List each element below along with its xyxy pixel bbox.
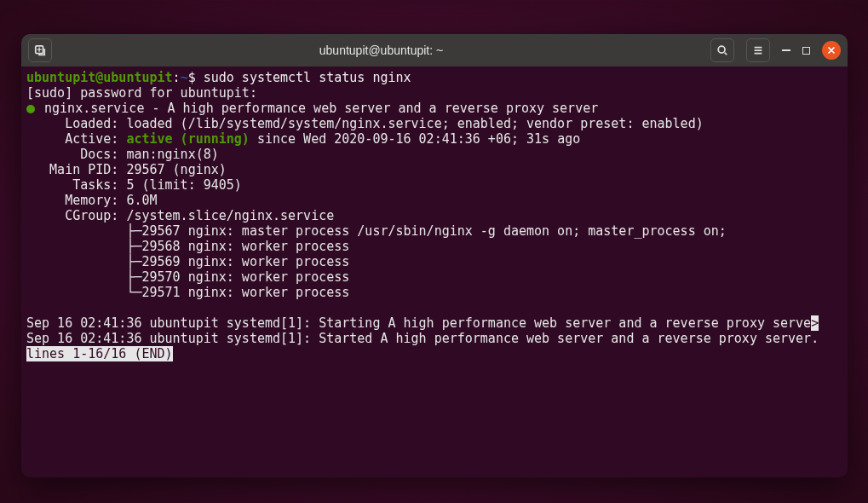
- log-line-1: Sep 16 02:41:36 ubuntupit systemd[1]: St…: [26, 315, 811, 331]
- svg-point-1: [718, 46, 725, 53]
- new-tab-button[interactable]: [28, 38, 52, 62]
- pager-status: lines 1-16/16 (END): [26, 346, 173, 361]
- titlebar: ubuntupit@ubuntupit: ~: [21, 34, 848, 66]
- proc-1: ├─29567 nginx: master process /usr/sbin/…: [26, 223, 727, 239]
- window-title: ubuntupit@ubuntupit: ~: [57, 43, 705, 57]
- prompt-userhost: ubuntupit@ubuntupit: [26, 70, 173, 85]
- svc-active-rest: since Wed 2020-09-16 02:41:36 +06; 31s a…: [250, 131, 580, 147]
- status-dot-icon: [26, 105, 35, 113]
- prompt-suffix: $: [188, 70, 204, 85]
- proc-5: └─29571 nginx: worker process: [26, 285, 349, 300]
- maximize-button[interactable]: [802, 47, 810, 55]
- command-text: sudo systemctl status nginx: [204, 70, 411, 85]
- svc-memory: Memory: 6.0M: [26, 193, 158, 208]
- prompt-sep: :: [173, 70, 181, 85]
- svc-active-state: active (running): [126, 131, 250, 147]
- svc-header: nginx.service - A high performance web s…: [37, 101, 598, 116]
- log-line-1-trunc: >: [811, 315, 819, 331]
- svc-cgroup: CGroup: /system.slice/nginx.service: [26, 208, 334, 223]
- search-button[interactable]: [710, 38, 734, 62]
- prompt-path: ~: [181, 70, 188, 85]
- minimize-button[interactable]: [782, 49, 790, 51]
- svc-mainpid: Main PID: 29567 (nginx): [26, 162, 227, 177]
- terminal-output[interactable]: ubuntupit@ubuntupit:~$ sudo systemctl st…: [21, 66, 848, 477]
- close-button[interactable]: [822, 41, 841, 60]
- proc-3: ├─29569 nginx: worker process: [26, 254, 349, 269]
- terminal-window: ubuntupit@ubuntupit: ~ ubuntupit@ubuntup…: [21, 34, 848, 477]
- sudo-prompt: [sudo] password for ubuntupit:: [26, 85, 257, 101]
- svc-active-label: Active:: [26, 131, 126, 147]
- svc-loaded: Loaded: loaded (/lib/systemd/system/ngin…: [26, 116, 704, 131]
- hamburger-menu-button[interactable]: [746, 38, 770, 62]
- log-line-2: Sep 16 02:41:36 ubuntupit systemd[1]: St…: [26, 331, 819, 346]
- proc-4: ├─29570 nginx: worker process: [26, 269, 349, 285]
- svc-docs: Docs: man:nginx(8): [26, 147, 219, 162]
- proc-2: ├─29568 nginx: worker process: [26, 239, 349, 254]
- svc-tasks: Tasks: 5 (limit: 9405): [26, 177, 242, 193]
